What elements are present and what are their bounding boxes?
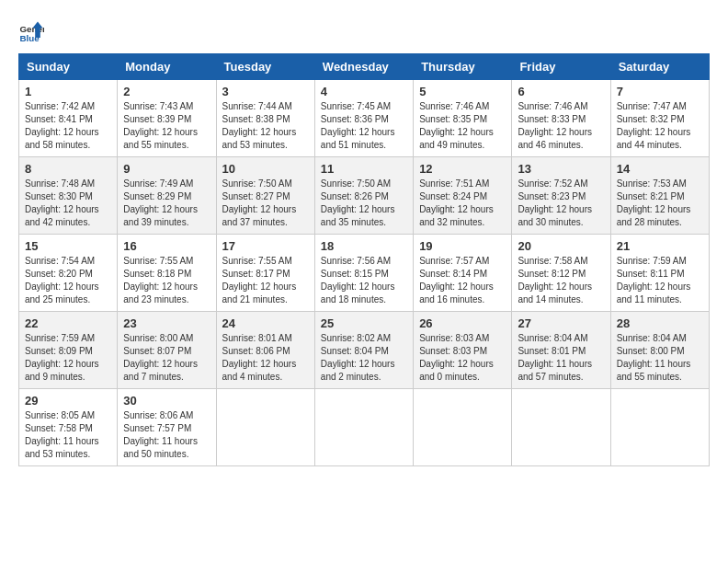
cell-content: Sunrise: 7:54 AM Sunset: 8:20 PM Dayligh…: [25, 255, 111, 306]
calendar-cell: 28 Sunrise: 8:04 AM Sunset: 8:00 PM Dayl…: [610, 312, 709, 389]
day-number: 27: [518, 316, 604, 330]
cell-content: Sunrise: 7:46 AM Sunset: 8:33 PM Dayligh…: [518, 100, 604, 152]
cell-content: Sunrise: 7:55 AM Sunset: 8:17 PM Dayligh…: [222, 255, 309, 306]
day-number: 12: [419, 162, 506, 176]
cell-content: Sunrise: 7:57 AM Sunset: 8:14 PM Dayligh…: [419, 255, 506, 306]
day-number: 18: [321, 239, 407, 253]
calendar-cell: 2 Sunrise: 7:43 AM Sunset: 8:39 PM Dayli…: [118, 80, 216, 157]
day-number: 1: [25, 85, 111, 98]
day-number: 7: [617, 85, 703, 98]
calendar-cell: 19 Sunrise: 7:57 AM Sunset: 8:14 PM Dayl…: [414, 235, 512, 312]
day-number: 29: [25, 394, 111, 408]
day-header-tuesday: Tuesday: [216, 54, 314, 80]
header-row: SundayMondayTuesdayWednesdayThursdayFrid…: [19, 54, 710, 80]
calendar-cell: 26 Sunrise: 8:03 AM Sunset: 8:03 PM Dayl…: [414, 312, 512, 389]
day-number: 13: [518, 162, 604, 176]
cell-content: Sunrise: 8:05 AM Sunset: 7:58 PM Dayligh…: [25, 409, 111, 461]
calendar-cell: [216, 389, 314, 466]
day-number: 9: [123, 162, 210, 176]
cell-content: Sunrise: 8:04 AM Sunset: 8:00 PM Dayligh…: [617, 332, 703, 384]
calendar-cell: 4 Sunrise: 7:45 AM Sunset: 8:36 PM Dayli…: [314, 80, 413, 157]
day-number: 10: [222, 162, 309, 176]
day-header-thursday: Thursday: [414, 54, 512, 80]
cell-content: Sunrise: 7:55 AM Sunset: 8:18 PM Dayligh…: [123, 255, 210, 306]
calendar-cell: 25 Sunrise: 8:02 AM Sunset: 8:04 PM Dayl…: [314, 312, 413, 389]
calendar-cell: 29 Sunrise: 8:05 AM Sunset: 7:58 PM Dayl…: [19, 389, 118, 466]
day-number: 21: [617, 239, 703, 253]
calendar-cell: 27 Sunrise: 8:04 AM Sunset: 8:01 PM Dayl…: [512, 312, 610, 389]
day-header-monday: Monday: [118, 54, 216, 80]
day-number: 28: [617, 316, 703, 330]
cell-content: Sunrise: 7:51 AM Sunset: 8:24 PM Dayligh…: [419, 178, 506, 229]
day-number: 14: [617, 162, 703, 176]
cell-content: Sunrise: 7:53 AM Sunset: 8:21 PM Dayligh…: [617, 178, 703, 229]
calendar-cell: [512, 389, 610, 466]
day-number: 23: [123, 316, 210, 330]
calendar-cell: 5 Sunrise: 7:46 AM Sunset: 8:35 PM Dayli…: [414, 80, 512, 157]
calendar-cell: [610, 389, 709, 466]
logo: General Blue: [18, 18, 44, 44]
cell-content: Sunrise: 8:04 AM Sunset: 8:01 PM Dayligh…: [518, 332, 604, 384]
cell-content: Sunrise: 7:59 AM Sunset: 8:09 PM Dayligh…: [25, 332, 111, 384]
cell-content: Sunrise: 7:45 AM Sunset: 8:36 PM Dayligh…: [321, 100, 407, 152]
calendar-week-3: 15 Sunrise: 7:54 AM Sunset: 8:20 PM Dayl…: [19, 235, 710, 312]
calendar-cell: 6 Sunrise: 7:46 AM Sunset: 8:33 PM Dayli…: [512, 80, 610, 157]
cell-content: Sunrise: 7:59 AM Sunset: 8:11 PM Dayligh…: [617, 255, 703, 306]
calendar-cell: 23 Sunrise: 8:00 AM Sunset: 8:07 PM Dayl…: [118, 312, 216, 389]
day-number: 5: [419, 85, 506, 98]
calendar-cell: 22 Sunrise: 7:59 AM Sunset: 8:09 PM Dayl…: [19, 312, 118, 389]
cell-content: Sunrise: 8:06 AM Sunset: 7:57 PM Dayligh…: [123, 409, 210, 461]
cell-content: Sunrise: 7:50 AM Sunset: 8:27 PM Dayligh…: [222, 178, 309, 229]
calendar-cell: 7 Sunrise: 7:47 AM Sunset: 8:32 PM Dayli…: [610, 80, 709, 157]
calendar-table: SundayMondayTuesdayWednesdayThursdayFrid…: [18, 53, 710, 466]
cell-content: Sunrise: 7:49 AM Sunset: 8:29 PM Dayligh…: [123, 178, 210, 229]
day-number: 16: [123, 239, 210, 253]
day-number: 24: [222, 316, 309, 330]
cell-content: Sunrise: 7:47 AM Sunset: 8:32 PM Dayligh…: [617, 100, 703, 152]
day-number: 20: [518, 239, 604, 253]
day-number: 3: [222, 85, 309, 98]
calendar-cell: 17 Sunrise: 7:55 AM Sunset: 8:17 PM Dayl…: [216, 235, 314, 312]
cell-content: Sunrise: 7:46 AM Sunset: 8:35 PM Dayligh…: [419, 100, 506, 152]
cell-content: Sunrise: 7:42 AM Sunset: 8:41 PM Dayligh…: [25, 100, 111, 152]
calendar-cell: [414, 389, 512, 466]
calendar-cell: 1 Sunrise: 7:42 AM Sunset: 8:41 PM Dayli…: [19, 80, 118, 157]
calendar-cell: [314, 389, 413, 466]
day-number: 22: [25, 316, 111, 330]
day-header-saturday: Saturday: [610, 54, 709, 80]
calendar-cell: 24 Sunrise: 8:01 AM Sunset: 8:06 PM Dayl…: [216, 312, 314, 389]
day-number: 4: [321, 85, 407, 98]
calendar-cell: 14 Sunrise: 7:53 AM Sunset: 8:21 PM Dayl…: [610, 157, 709, 235]
calendar-cell: 13 Sunrise: 7:52 AM Sunset: 8:23 PM Dayl…: [512, 157, 610, 235]
day-number: 15: [25, 239, 111, 253]
cell-content: Sunrise: 7:44 AM Sunset: 8:38 PM Dayligh…: [222, 100, 309, 152]
day-number: 19: [419, 239, 506, 253]
calendar-cell: 15 Sunrise: 7:54 AM Sunset: 8:20 PM Dayl…: [19, 235, 118, 312]
page-header: General Blue: [18, 18, 710, 44]
day-number: 8: [25, 162, 111, 176]
day-number: 26: [419, 316, 506, 330]
calendar-cell: 9 Sunrise: 7:49 AM Sunset: 8:29 PM Dayli…: [118, 157, 216, 235]
calendar-cell: 12 Sunrise: 7:51 AM Sunset: 8:24 PM Dayl…: [414, 157, 512, 235]
calendar-cell: 8 Sunrise: 7:48 AM Sunset: 8:30 PM Dayli…: [19, 157, 118, 235]
cell-content: Sunrise: 7:48 AM Sunset: 8:30 PM Dayligh…: [25, 178, 111, 229]
day-number: 30: [123, 394, 210, 408]
calendar-cell: 16 Sunrise: 7:55 AM Sunset: 8:18 PM Dayl…: [118, 235, 216, 312]
cell-content: Sunrise: 7:52 AM Sunset: 8:23 PM Dayligh…: [518, 178, 604, 229]
cell-content: Sunrise: 7:58 AM Sunset: 8:12 PM Dayligh…: [518, 255, 604, 306]
day-number: 6: [518, 85, 604, 98]
day-header-sunday: Sunday: [19, 54, 118, 80]
cell-content: Sunrise: 7:43 AM Sunset: 8:39 PM Dayligh…: [123, 100, 210, 152]
day-header-friday: Friday: [512, 54, 610, 80]
cell-content: Sunrise: 8:01 AM Sunset: 8:06 PM Dayligh…: [222, 332, 309, 384]
day-number: 11: [321, 162, 407, 176]
calendar-cell: 10 Sunrise: 7:50 AM Sunset: 8:27 PM Dayl…: [216, 157, 314, 235]
cell-content: Sunrise: 7:56 AM Sunset: 8:15 PM Dayligh…: [321, 255, 407, 306]
calendar-cell: 3 Sunrise: 7:44 AM Sunset: 8:38 PM Dayli…: [216, 80, 314, 157]
calendar-cell: 20 Sunrise: 7:58 AM Sunset: 8:12 PM Dayl…: [512, 235, 610, 312]
cell-content: Sunrise: 7:50 AM Sunset: 8:26 PM Dayligh…: [321, 178, 407, 229]
cell-content: Sunrise: 8:03 AM Sunset: 8:03 PM Dayligh…: [419, 332, 506, 384]
calendar-cell: 21 Sunrise: 7:59 AM Sunset: 8:11 PM Dayl…: [610, 235, 709, 312]
calendar-week-2: 8 Sunrise: 7:48 AM Sunset: 8:30 PM Dayli…: [19, 157, 710, 235]
calendar-week-4: 22 Sunrise: 7:59 AM Sunset: 8:09 PM Dayl…: [19, 312, 710, 389]
